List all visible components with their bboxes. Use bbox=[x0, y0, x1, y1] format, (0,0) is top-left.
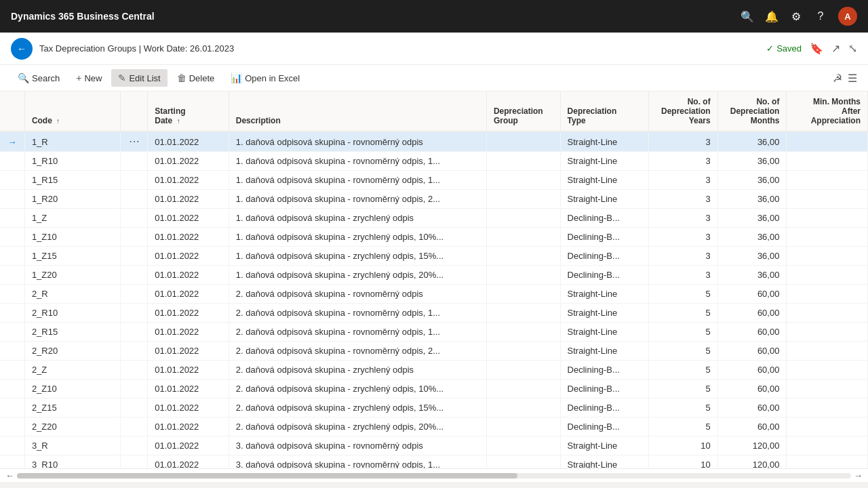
cell-code[interactable]: 2_Z15 bbox=[24, 399, 120, 418]
cell-min-months[interactable] bbox=[787, 399, 868, 418]
cell-dep-months[interactable]: 36,00 bbox=[717, 190, 787, 209]
cell-min-months[interactable] bbox=[787, 361, 868, 380]
cell-starting-date[interactable]: 01.01.2022 bbox=[148, 323, 229, 342]
search-icon[interactable]: 🔍 bbox=[741, 9, 754, 23]
cell-min-months[interactable] bbox=[787, 380, 868, 399]
th-description[interactable]: Description bbox=[229, 92, 486, 131]
delete-button[interactable]: 🗑 Delete bbox=[170, 69, 222, 87]
context-menu-cell[interactable] bbox=[121, 285, 148, 304]
cell-starting-date[interactable]: 01.01.2022 bbox=[148, 418, 229, 436]
cell-dep-months[interactable]: 36,00 bbox=[717, 228, 787, 247]
cell-min-months[interactable] bbox=[787, 266, 868, 285]
cell-dep-years[interactable]: 3 bbox=[648, 247, 717, 266]
cell-dep-years[interactable]: 5 bbox=[648, 399, 717, 418]
cell-starting-date[interactable]: 01.01.2022 bbox=[148, 247, 229, 266]
cell-dep-years[interactable]: 3 bbox=[648, 228, 717, 247]
cell-min-months[interactable] bbox=[787, 323, 868, 342]
edit-list-button[interactable]: ✎ Edit List bbox=[111, 69, 167, 87]
cell-min-months[interactable] bbox=[787, 190, 868, 209]
context-menu-cell[interactable] bbox=[121, 436, 148, 455]
context-menu-cell[interactable] bbox=[121, 380, 148, 399]
cell-dep-months[interactable]: 36,00 bbox=[717, 131, 787, 152]
cell-min-months[interactable] bbox=[787, 418, 868, 436]
cell-dep-years[interactable]: 5 bbox=[648, 323, 717, 342]
cell-dep-type[interactable]: Straight-Line bbox=[560, 323, 648, 342]
cell-dep-group[interactable] bbox=[486, 266, 560, 285]
cell-dep-type[interactable]: Straight-Line bbox=[560, 304, 648, 323]
th-code[interactable]: Code ↑ bbox=[24, 92, 120, 131]
cell-dep-group[interactable] bbox=[486, 323, 560, 342]
cell-dep-years[interactable]: 3 bbox=[648, 171, 717, 190]
cell-dep-years[interactable]: 5 bbox=[648, 380, 717, 399]
cell-dep-type[interactable]: Straight-Line bbox=[560, 152, 648, 171]
cell-description[interactable]: 1. daňová odpisová skupina - zrychlený o… bbox=[229, 209, 486, 228]
new-button[interactable]: + New bbox=[69, 69, 108, 87]
context-dots-icon[interactable]: ⋯ bbox=[129, 136, 140, 147]
cell-dep-group[interactable] bbox=[486, 190, 560, 209]
expand-icon[interactable]: ⤡ bbox=[848, 42, 857, 55]
cell-dep-type[interactable]: Straight-Line bbox=[560, 171, 648, 190]
cell-starting-date[interactable]: 01.01.2022 bbox=[148, 228, 229, 247]
table-row[interactable]: → 1_R ⋯ 01.01.2022 1. daňová odpisová sk… bbox=[0, 131, 868, 152]
cell-dep-years[interactable]: 10 bbox=[648, 455, 717, 469]
cell-dep-years[interactable]: 10 bbox=[648, 436, 717, 455]
cell-starting-date[interactable]: 01.01.2022 bbox=[148, 266, 229, 285]
cell-dep-group[interactable] bbox=[486, 380, 560, 399]
cell-dep-group[interactable] bbox=[486, 171, 560, 190]
cell-dep-group[interactable] bbox=[486, 152, 560, 171]
cell-description[interactable]: 2. daňová odpisová skupina - zrychlený o… bbox=[229, 399, 486, 418]
cell-starting-date[interactable]: 01.01.2022 bbox=[148, 455, 229, 469]
back-button[interactable]: ← bbox=[11, 38, 33, 60]
cell-dep-type[interactable]: Straight-Line bbox=[560, 342, 648, 361]
cell-dep-years[interactable]: 3 bbox=[648, 266, 717, 285]
cell-min-months[interactable] bbox=[787, 247, 868, 266]
horizontal-scroll-left[interactable]: ← bbox=[5, 470, 14, 481]
cell-starting-date[interactable]: 01.01.2022 bbox=[148, 399, 229, 418]
cell-description[interactable]: 2. daňová odpisová skupina - rovnoměrný … bbox=[229, 342, 486, 361]
cell-dep-years[interactable]: 3 bbox=[648, 152, 717, 171]
table-row[interactable]: 1_R15 01.01.2022 1. daňová odpisová skup… bbox=[0, 171, 868, 190]
cell-code[interactable]: 1_Z20 bbox=[24, 266, 120, 285]
cell-dep-type[interactable]: Declining-B... bbox=[560, 399, 648, 418]
cell-dep-group[interactable] bbox=[486, 418, 560, 436]
horizontal-scroll-right[interactable]: → bbox=[854, 470, 863, 481]
cell-description[interactable]: 2. daňová odpisová skupina - zrychlený o… bbox=[229, 361, 486, 380]
cell-dep-years[interactable]: 5 bbox=[648, 285, 717, 304]
table-row[interactable]: 1_Z20 01.01.2022 1. daňová odpisová skup… bbox=[0, 266, 868, 285]
table-row[interactable]: 3_R 01.01.2022 3. daňová odpisová skupin… bbox=[0, 436, 868, 455]
context-menu-cell[interactable] bbox=[121, 152, 148, 171]
cell-dep-group[interactable] bbox=[486, 399, 560, 418]
notification-icon[interactable]: 🔔 bbox=[765, 9, 778, 23]
cell-description[interactable]: 1. daňová odpisová skupina - rovnoměrný … bbox=[229, 190, 486, 209]
table-row[interactable]: 1_R10 01.01.2022 1. daňová odpisová skup… bbox=[0, 152, 868, 171]
cell-dep-months[interactable]: 60,00 bbox=[717, 399, 787, 418]
cell-description[interactable]: 1. daňová odpisová skupina - rovnoměrný … bbox=[229, 131, 486, 152]
cell-dep-years[interactable]: 3 bbox=[648, 190, 717, 209]
context-menu-cell[interactable] bbox=[121, 361, 148, 380]
table-row[interactable]: 2_Z20 01.01.2022 2. daňová odpisová skup… bbox=[0, 418, 868, 436]
table-row[interactable]: 2_R10 01.01.2022 2. daňová odpisová skup… bbox=[0, 304, 868, 323]
cell-dep-type[interactable]: Straight-Line bbox=[560, 190, 648, 209]
cell-description[interactable]: 2. daňová odpisová skupina - zrychlený o… bbox=[229, 380, 486, 399]
cell-dep-months[interactable]: 60,00 bbox=[717, 342, 787, 361]
cell-dep-years[interactable]: 5 bbox=[648, 342, 717, 361]
cell-starting-date[interactable]: 01.01.2022 bbox=[148, 171, 229, 190]
cell-dep-years[interactable]: 3 bbox=[648, 209, 717, 228]
table-row[interactable]: 2_Z10 01.01.2022 2. daňová odpisová skup… bbox=[0, 380, 868, 399]
cell-code[interactable]: 2_Z20 bbox=[24, 418, 120, 436]
cell-dep-type[interactable]: Straight-Line bbox=[560, 436, 648, 455]
context-menu-cell[interactable] bbox=[121, 304, 148, 323]
cell-dep-group[interactable] bbox=[486, 131, 560, 152]
cell-dep-type[interactable]: Declining-B... bbox=[560, 247, 648, 266]
cell-dep-months[interactable]: 36,00 bbox=[717, 209, 787, 228]
cell-dep-years[interactable]: 3 bbox=[648, 131, 717, 152]
cell-dep-group[interactable] bbox=[486, 436, 560, 455]
cell-starting-date[interactable]: 01.01.2022 bbox=[148, 342, 229, 361]
cell-starting-date[interactable]: 01.01.2022 bbox=[148, 361, 229, 380]
context-menu-cell[interactable] bbox=[121, 323, 148, 342]
cell-dep-type[interactable]: Straight-Line bbox=[560, 455, 648, 469]
table-row[interactable]: 2_R15 01.01.2022 2. daňová odpisová skup… bbox=[0, 323, 868, 342]
cell-dep-group[interactable] bbox=[486, 247, 560, 266]
cell-dep-type[interactable]: Straight-Line bbox=[560, 131, 648, 152]
cell-dep-months[interactable]: 60,00 bbox=[717, 380, 787, 399]
